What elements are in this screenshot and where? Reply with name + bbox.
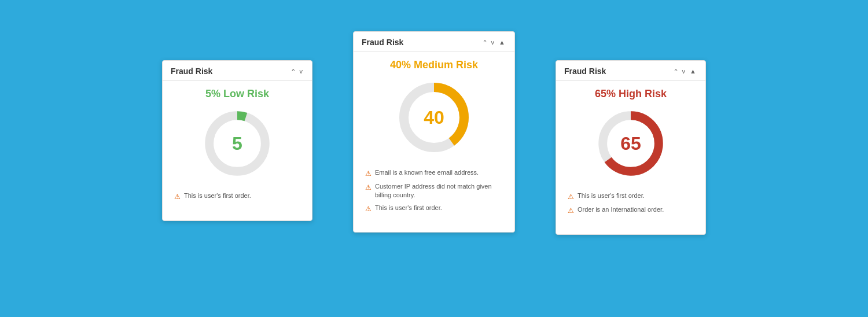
alert-item-1: ⚠ Email is a known free email address. (365, 168, 503, 179)
alert-text-3: This is user's first order. (375, 204, 442, 212)
risk-label-left: 5% Low Risk (205, 88, 269, 100)
alert-item-r2: ⚠ Order is an International order. (568, 205, 694, 216)
card-header-right: Fraud Risk ^ v ▲ (556, 61, 705, 81)
donut-score-center: 40 (424, 107, 444, 128)
alert-icon: ⚠ (174, 192, 181, 202)
alert-item: ⚠ This is user's first order. (174, 191, 300, 202)
alert-icon-2: ⚠ (365, 183, 372, 193)
alert-icon-3: ⚠ (365, 204, 372, 214)
expand-btn-center[interactable]: ▲ (498, 39, 506, 46)
donut-right: 65 (593, 106, 668, 181)
card-controls-right: ^ v ▲ (673, 68, 697, 75)
alerts-center: ⚠ Email is a known free email address. ⚠… (363, 168, 505, 217)
alert-text-1: Email is a known free email address. (375, 168, 479, 177)
collapse-down-btn-center[interactable]: v (490, 39, 496, 46)
collapse-up-btn-left[interactable]: ^ (290, 68, 296, 75)
alert-icon-1: ⚠ (365, 169, 372, 179)
alert-text: This is user's first order. (184, 191, 251, 200)
alerts-left: ⚠ This is user's first order. (172, 191, 303, 205)
card-body-left: 5% Low Risk 5 ⚠ This is user's first ord… (163, 81, 312, 211)
donut-center: 40 (393, 77, 475, 158)
alert-item-3: ⚠ This is user's first order. (365, 204, 503, 214)
cards-container: Fraud Risk ^ v 5% Low Risk 5 ⚠ (231, 31, 637, 286)
alert-text-r1: This is user's first order. (578, 191, 645, 200)
alert-item-r1: ⚠ This is user's first order. (568, 191, 694, 202)
risk-label-right: 65% High Risk (595, 88, 667, 100)
card-header-center: Fraud Risk ^ v ▲ (354, 32, 514, 52)
card-header-left: Fraud Risk ^ v (163, 61, 312, 81)
donut-score-left: 5 (232, 133, 242, 154)
alert-icon-r2: ⚠ (568, 206, 574, 216)
card-controls-left: ^ v (290, 68, 304, 75)
risk-label-center: 40% Medium Risk (390, 59, 478, 71)
alerts-right: ⚠ This is user's first order. ⚠ Order is… (565, 191, 696, 219)
expand-btn-right[interactable]: ▲ (689, 68, 697, 75)
card-title-right: Fraud Risk (564, 67, 606, 76)
donut-score-right: 65 (620, 133, 641, 154)
collapse-down-btn-left[interactable]: v (299, 68, 304, 75)
card-title-center: Fraud Risk (362, 38, 403, 47)
alert-icon-r1: ⚠ (568, 192, 574, 202)
collapse-up-btn-center[interactable]: ^ (482, 39, 487, 46)
alert-item-2: ⚠ Customer IP address did not match give… (365, 182, 503, 200)
alert-text-2: Customer IP address did not match given … (375, 182, 503, 200)
card-title-left: Fraud Risk (171, 67, 212, 76)
collapse-up-btn-right[interactable]: ^ (673, 68, 678, 75)
collapse-down-btn-right[interactable]: v (681, 68, 687, 75)
card-controls-center: ^ v ▲ (482, 39, 506, 46)
card-body-center: 40% Medium Risk 40 ⚠ Email is a known fr… (354, 52, 514, 223)
card-high-risk: Fraud Risk ^ v ▲ 65% High Risk 65 ⚠ T (556, 60, 706, 235)
card-body-right: 65% High Risk 65 ⚠ This is user's first … (556, 81, 705, 225)
card-medium-risk: Fraud Risk ^ v ▲ 40% Medium Risk 40 ⚠ (353, 31, 515, 233)
alert-text-r2: Order is an International order. (578, 205, 664, 214)
card-low-risk: Fraud Risk ^ v 5% Low Risk 5 ⚠ (162, 60, 312, 221)
donut-left: 5 (200, 106, 275, 181)
